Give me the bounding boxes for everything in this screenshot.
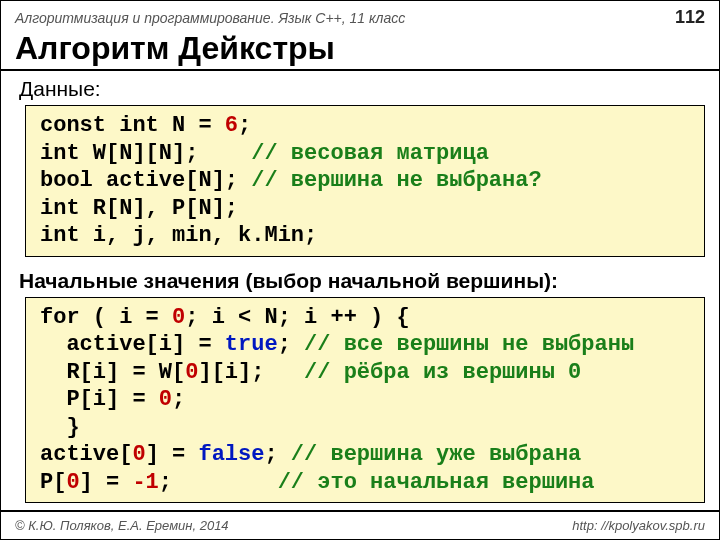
section-data-label: Данные: bbox=[1, 71, 719, 103]
copyright-text: © К.Ю. Поляков, Е.А. Еремин, 2014 bbox=[15, 518, 229, 533]
page-number: 112 bbox=[675, 7, 705, 28]
footer-url: http: //kpolyakov.spb.ru bbox=[572, 518, 705, 533]
footer-bar: © К.Ю. Поляков, Е.А. Еремин, 2014 http: … bbox=[1, 510, 719, 539]
code-block-data: const int N = 6; int W[N][N]; // весовая… bbox=[25, 105, 705, 257]
code-block-init: for ( i = 0; i < N; i ++ ) { active[i] =… bbox=[25, 297, 705, 504]
section-init-label: Начальные значения (выбор начальной верш… bbox=[1, 263, 719, 295]
slide-title: Алгоритм Дейкстры bbox=[1, 30, 719, 71]
header-bar: Алгоритмизация и программирование. Язык … bbox=[1, 1, 719, 30]
course-title: Алгоритмизация и программирование. Язык … bbox=[15, 10, 405, 26]
